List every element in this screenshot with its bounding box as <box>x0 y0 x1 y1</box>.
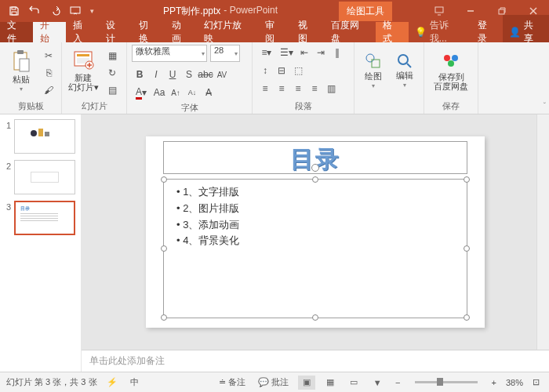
slide-counter[interactable]: 幻灯片 第 3 张，共 3 张 <box>6 376 97 388</box>
rotate-handle[interactable] <box>311 164 319 172</box>
copy-icon[interactable]: ⎘ <box>41 65 56 81</box>
comments-toggle[interactable]: 💬 批注 <box>255 376 292 388</box>
bold-icon[interactable]: B <box>132 67 147 82</box>
undo-icon[interactable] <box>25 2 44 20</box>
svg-line-18 <box>407 64 411 67</box>
zoom-slider[interactable] <box>415 381 478 383</box>
smartart-icon[interactable]: ⬚ <box>290 63 306 78</box>
tab-transitions[interactable]: 切换 <box>132 22 165 42</box>
normal-view-icon[interactable]: ▣ <box>298 376 315 390</box>
save-baidu-button[interactable]: 保存到百度网盘 <box>429 45 473 96</box>
align-text-icon[interactable]: ⊟ <box>274 63 289 78</box>
content-textbox[interactable]: 1、文字排版 2、图片排版 3、添加动画 4、背景美化 <box>163 179 467 318</box>
app-name: - PowerPoint <box>224 5 278 18</box>
font-name-select[interactable]: 微软雅黑 <box>132 45 207 62</box>
slideshow-view-icon[interactable]: ▼ <box>369 376 386 390</box>
resize-handle[interactable] <box>312 176 318 183</box>
strike-icon[interactable]: abc <box>198 67 213 82</box>
svg-rect-10 <box>20 59 29 71</box>
cut-icon[interactable]: ✂ <box>41 48 56 64</box>
thumbnail-3[interactable]: 3 目录 <box>3 201 78 235</box>
clear-format-icon[interactable]: A̶ <box>201 85 216 100</box>
columns-icon[interactable]: ▥ <box>323 81 339 96</box>
group-font: 微软雅黑 28 B I U S abc AV A▾ Aa A↑ A↓ A̶ 字体 <box>127 42 253 114</box>
resize-handle[interactable] <box>464 245 470 252</box>
tab-view[interactable]: 视图 <box>291 22 324 42</box>
svg-rect-3 <box>435 7 443 13</box>
svg-point-20 <box>452 55 458 61</box>
tab-slideshow[interactable]: 幻灯片放映 <box>197 22 258 42</box>
shadow-icon[interactable]: S <box>181 67 197 82</box>
text-direction-icon[interactable]: ↕ <box>257 63 273 78</box>
format-painter-icon[interactable]: 🖌 <box>41 82 56 98</box>
resize-handle[interactable] <box>161 314 167 321</box>
layout-icon[interactable]: ▦ <box>103 48 122 64</box>
line-spacing-icon[interactable]: ‖ <box>329 45 345 60</box>
paste-button[interactable]: 粘贴 ▾ <box>5 45 38 96</box>
share-icon: 👤 <box>509 27 521 38</box>
notes-toggle[interactable]: ≐ 备注 <box>216 376 249 388</box>
reset-icon[interactable]: ↻ <box>103 65 122 81</box>
fit-window-icon[interactable]: ⊡ <box>529 377 543 387</box>
resize-handle[interactable] <box>464 176 470 183</box>
vertical-scrollbar[interactable] <box>536 114 549 350</box>
tab-file[interactable]: 文件 <box>0 22 33 42</box>
zoom-in-button[interactable]: + <box>489 378 500 387</box>
edit-button[interactable]: 编辑▾ <box>391 45 419 96</box>
align-center-icon[interactable]: ≡ <box>274 81 289 96</box>
zoom-percentage[interactable]: 38% <box>506 378 523 387</box>
save-icon[interactable] <box>5 2 24 20</box>
slideshow-start-icon[interactable] <box>66 2 85 20</box>
bullets-icon[interactable]: ≡▾ <box>257 45 276 60</box>
shrink-font-icon[interactable]: A↓ <box>184 85 200 100</box>
change-case-icon[interactable]: Aa <box>151 85 167 100</box>
resize-handle[interactable] <box>161 245 167 252</box>
resize-handle[interactable] <box>312 314 318 321</box>
slide-canvas[interactable]: 目录 1、文字排版 2、图片排版 3、添加动画 <box>146 136 485 328</box>
notes-pane[interactable]: 单击此处添加备注 <box>82 350 549 372</box>
spellcheck-icon[interactable]: ⚡ <box>104 377 121 387</box>
thumbnail-2[interactable]: 2 <box>3 160 78 194</box>
tab-animations[interactable]: 动画 <box>165 22 198 42</box>
italic-icon[interactable]: I <box>148 67 164 82</box>
tab-insert[interactable]: 插入 <box>66 22 99 42</box>
indent-right-icon[interactable]: ⇥ <box>313 45 329 60</box>
resize-handle[interactable] <box>464 314 470 321</box>
thumbnail-1[interactable]: 1 <box>3 119 78 154</box>
tab-format[interactable]: 格式 <box>376 22 409 42</box>
tab-home[interactable]: 开始 <box>33 22 66 42</box>
svg-rect-0 <box>12 7 16 9</box>
align-left-icon[interactable]: ≡ <box>257 81 273 96</box>
qat-customize-icon[interactable]: ▾ <box>86 2 97 20</box>
section-icon[interactable]: ▤ <box>103 82 122 98</box>
tab-design[interactable]: 设计 <box>99 22 132 42</box>
redo-icon[interactable] <box>45 2 64 20</box>
underline-icon[interactable]: U <box>165 67 180 82</box>
tab-review[interactable]: 审阅 <box>258 22 291 42</box>
body: 1 2 3 目录 目录 <box>0 114 549 372</box>
sorter-view-icon[interactable]: ▦ <box>322 376 339 390</box>
align-right-icon[interactable]: ≡ <box>290 81 306 96</box>
window-title: PPT制作.pptx - PowerPoint <box>102 5 339 18</box>
resize-handle[interactable] <box>161 176 167 183</box>
language-indicator[interactable]: 中 <box>127 376 142 388</box>
grow-font-icon[interactable]: A↑ <box>168 85 184 100</box>
collapse-ribbon-icon[interactable]: ˇ <box>544 102 546 111</box>
svg-rect-12 <box>77 54 89 56</box>
group-slides: 新建幻灯片▾ ▦ ↻ ▤ 幻灯片 <box>62 42 127 114</box>
justify-icon[interactable]: ≡ <box>307 81 322 96</box>
zoom-out-button[interactable]: − <box>392 378 403 387</box>
indent-left-icon[interactable]: ⇤ <box>296 45 312 60</box>
spacing-icon[interactable]: AV <box>214 67 230 82</box>
reading-view-icon[interactable]: ▭ <box>345 376 362 390</box>
svg-rect-5 <box>499 9 504 14</box>
font-size-select[interactable]: 28 <box>210 45 240 62</box>
font-color-icon[interactable]: A▾ <box>132 85 151 100</box>
svg-rect-9 <box>17 50 24 54</box>
numbering-icon[interactable]: ☰▾ <box>277 45 296 60</box>
drawing-button[interactable]: 绘图▾ <box>359 45 387 96</box>
tab-baidu[interactable]: 百度网盘 <box>324 22 376 42</box>
group-drawing: 绘图▾ 编辑▾ <box>354 42 424 114</box>
new-slide-button[interactable]: 新建幻灯片▾ <box>67 45 100 96</box>
ribbon-tabs: 文件 开始 插入 设计 切换 动画 幻灯片放映 审阅 视图 百度网盘 格式 💡告… <box>0 22 549 42</box>
